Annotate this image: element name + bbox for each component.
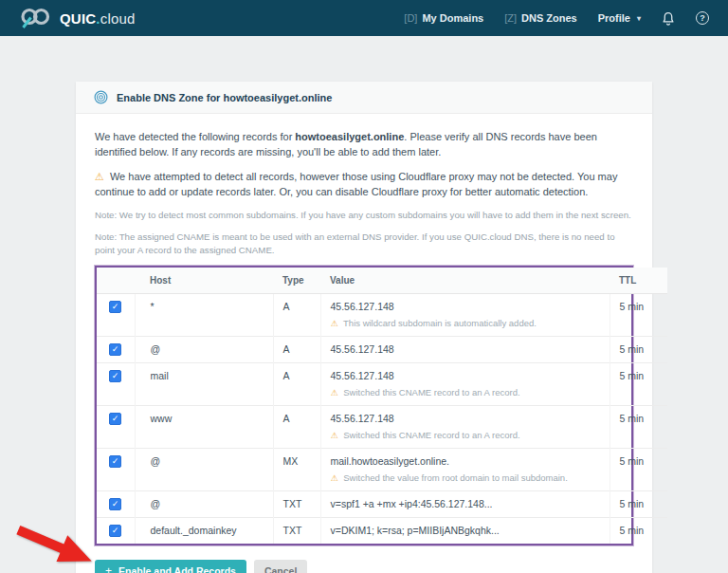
table-row: ✓*A45.56.127.148⚠ This wildcard subdomai…	[97, 294, 667, 337]
card-header: Enable DNS Zone for howtoeasilyget.onlin…	[76, 82, 652, 114]
record-value: 45.56.127.148	[331, 413, 600, 425]
brand-name: QUIC.cloud	[60, 10, 136, 27]
checkbox-cell: ✓	[97, 363, 135, 406]
record-value: mail.howtoeasilyget.online.	[331, 455, 600, 468]
value-column-header: Value	[320, 268, 610, 294]
warning-icon: ⚠	[95, 171, 104, 182]
value-cell: v=spf1 +a +mx +ip4:45.56.127.148...	[320, 491, 610, 518]
help-icon[interactable]: ?	[696, 11, 709, 25]
warning-icon: ⚠	[331, 431, 338, 440]
dns-table-body: ✓*A45.56.127.148⚠ This wildcard subdomai…	[97, 294, 667, 545]
record-value: 45.56.127.148	[331, 301, 600, 313]
warning-icon: ⚠	[331, 388, 338, 397]
row-checkbox[interactable]: ✓	[109, 455, 121, 468]
nav-profile-label: Profile	[598, 12, 630, 24]
value-cell: v=DKIM1; k=rsa; p=MIIBIjANBgkqhk...	[320, 518, 610, 545]
nav-links: [D] My Domains [Z] DNS Zones Profile ▾ ?	[404, 11, 709, 26]
table-row: ✓@MXmail.howtoeasilyget.online.⚠ Switche…	[97, 449, 667, 491]
record-value: 45.56.127.148	[331, 343, 600, 356]
record-value: v=DKIM1; k=rsa; p=MIIBIjANBgkqhk...	[331, 525, 600, 537]
notifications-bell-icon[interactable]	[662, 11, 675, 26]
dns-records-table: Host Type Value TTL ✓*A45.56.127.148⚠ Th…	[95, 266, 633, 545]
value-cell: 45.56.127.148	[320, 337, 610, 363]
checkbox-cell: ✓	[97, 294, 135, 337]
host-cell: @	[135, 449, 273, 491]
checkbox-cell: ✓	[97, 518, 135, 545]
row-checkbox[interactable]: ✓	[109, 343, 121, 356]
type-cell: A	[273, 337, 320, 363]
record-warning-note: ⚠ Switched this CNAME record to an A rec…	[331, 387, 600, 398]
type-column-header: Type	[273, 268, 320, 294]
record-warning-note: ⚠ This wildcard subdomain is automatical…	[331, 318, 600, 329]
type-cell: MX	[273, 449, 320, 491]
value-cell: 45.56.127.148⚠ This wildcard subdomain i…	[320, 294, 610, 337]
table-header-row: Host Type Value TTL	[97, 268, 667, 294]
card-body: We have detected the following records f…	[76, 114, 652, 573]
plus-icon: +	[105, 566, 112, 573]
table-row: ✓wwwA45.56.127.148⚠ Switched this CNAME …	[97, 406, 667, 449]
warning-icon: ⚠	[331, 319, 338, 328]
ttl-column-header: TTL	[610, 268, 667, 294]
nav-dns-zones-label: DNS Zones	[521, 12, 577, 24]
row-checkbox[interactable]: ✓	[109, 498, 121, 510]
brand-logo[interactable]: QUIC.cloud	[19, 7, 136, 29]
record-value: v=spf1 +a +mx +ip4:45.56.127.148...	[331, 498, 600, 510]
page-title: Enable DNS Zone for howtoeasilyget.onlin…	[117, 92, 332, 103]
dns-zone-target-icon	[94, 90, 108, 104]
checkbox-cell: ✓	[97, 406, 135, 449]
domain-name: howtoeasilyget.online	[295, 131, 404, 142]
intro-text: We have detected the following records f…	[95, 129, 633, 159]
chevron-down-icon: ▾	[637, 14, 641, 23]
nav-my-domains[interactable]: [D] My Domains	[404, 12, 483, 24]
row-checkbox[interactable]: ✓	[109, 370, 121, 382]
type-cell: A	[273, 363, 320, 406]
row-checkbox[interactable]: ✓	[109, 301, 121, 313]
table-row: ✓mailA45.56.127.148⚠ Switched this CNAME…	[97, 363, 667, 406]
ttl-cell: 5 min	[610, 294, 667, 337]
nav-my-domains-label: My Domains	[422, 12, 483, 24]
page: QUIC.cloud [D] My Domains [Z] DNS Zones …	[0, 0, 728, 573]
ttl-cell: 5 min	[610, 518, 667, 545]
value-cell: 45.56.127.148⚠ Switched this CNAME recor…	[320, 363, 610, 406]
host-cell: @	[135, 337, 273, 363]
row-checkbox[interactable]: ✓	[109, 413, 121, 425]
shortcut-hint: [Z]	[504, 12, 517, 24]
ttl-cell: 5 min	[610, 449, 667, 491]
record-warning-note: ⚠ Switched this CNAME record to an A rec…	[331, 430, 600, 441]
quic-cloud-logo-icon	[19, 7, 51, 29]
ttl-cell: 5 min	[610, 491, 667, 518]
host-cell: default._domainkey	[135, 518, 273, 545]
value-cell: mail.howtoeasilyget.online.⚠ Switched th…	[320, 449, 610, 491]
shortcut-hint: [D]	[404, 12, 417, 24]
note-subdomains: Note: We try to detect most common subdo…	[95, 209, 633, 222]
enable-dns-zone-card: Enable DNS Zone for howtoeasilyget.onlin…	[76, 82, 652, 573]
checkbox-column-header	[97, 268, 135, 294]
top-navbar: QUIC.cloud [D] My Domains [Z] DNS Zones …	[0, 0, 728, 36]
record-warning-note: ⚠ Switched the value from root domain to…	[331, 472, 600, 484]
host-cell: mail	[135, 363, 273, 406]
type-cell: TXT	[273, 518, 320, 545]
enable-and-add-records-button[interactable]: + Enable and Add Records	[95, 560, 246, 573]
type-cell: A	[273, 406, 320, 449]
type-cell: TXT	[273, 491, 320, 518]
checkbox-cell: ✓	[97, 491, 135, 518]
table-row: ✓@A45.56.127.1485 min	[97, 337, 667, 363]
record-value: 45.56.127.148	[331, 370, 600, 382]
host-cell: *	[135, 294, 273, 337]
checkbox-cell: ✓	[97, 449, 135, 491]
ttl-cell: 5 min	[610, 337, 667, 363]
ttl-cell: 5 min	[610, 406, 667, 449]
cancel-button[interactable]: Cancel	[254, 560, 307, 573]
type-cell: A	[273, 294, 320, 337]
warning-icon: ⚠	[331, 473, 338, 483]
cloudflare-warning-text: ⚠ We have attempted to detect all record…	[95, 169, 633, 199]
nav-profile-menu[interactable]: Profile ▾	[598, 12, 641, 24]
host-column-header: Host	[135, 268, 273, 294]
ttl-cell: 5 min	[610, 363, 667, 406]
nav-dns-zones[interactable]: [Z] DNS Zones	[504, 12, 577, 24]
row-checkbox[interactable]: ✓	[109, 525, 121, 537]
note-cname: Note: The assigned CNAME is meant to be …	[95, 231, 633, 257]
host-cell: www	[135, 406, 273, 449]
value-cell: 45.56.127.148⚠ Switched this CNAME recor…	[320, 406, 610, 449]
table-row: ✓@TXTv=spf1 +a +mx +ip4:45.56.127.148...…	[97, 491, 667, 518]
